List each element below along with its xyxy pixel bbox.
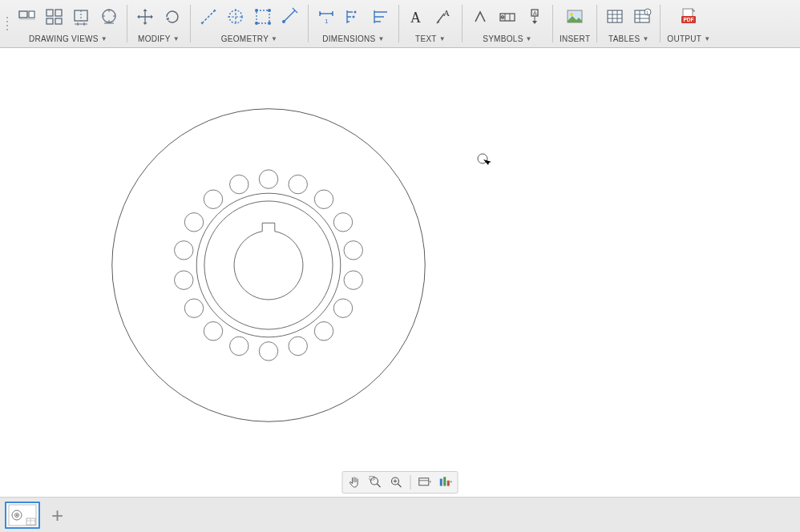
svg-rect-1 [29, 11, 34, 18]
toolbar-separator [462, 5, 463, 42]
svg-point-50 [175, 241, 193, 260]
svg-point-35 [204, 201, 333, 329]
svg-point-48 [184, 299, 203, 317]
svg-point-14 [282, 20, 285, 23]
main-toolbar: DRAWING VIEWS▼ MODIFY▼ GEOMETRY▼ 1 DIMEN… [0, 0, 800, 48]
svg-point-13 [268, 22, 271, 25]
text-label[interactable]: TEXT▼ [415, 31, 446, 46]
svg-point-40 [344, 241, 362, 260]
svg-point-42 [333, 299, 352, 317]
svg-rect-5 [55, 18, 62, 24]
surface-finish-icon[interactable] [469, 6, 491, 28]
svg-point-52 [204, 190, 222, 208]
viewbar-separator [410, 475, 411, 490]
sheet-thumb-1[interactable] [5, 502, 40, 529]
drawing-views-label[interactable]: DRAWING VIEWS▼ [29, 31, 107, 46]
centerline-icon[interactable] [197, 6, 220, 28]
svg-rect-9 [257, 10, 269, 23]
geometry-label[interactable]: GEOMETRY▼ [221, 31, 278, 46]
svg-point-54 [478, 154, 487, 163]
svg-text:A: A [410, 10, 421, 26]
output-label[interactable]: OUTPUT▼ [667, 31, 710, 46]
group-geometry: GEOMETRY▼ [192, 0, 306, 47]
group-text: A A TEXT▼ [401, 0, 460, 47]
svg-text:1: 1 [325, 18, 329, 25]
svg-point-44 [289, 337, 307, 355]
svg-rect-0 [19, 11, 27, 18]
svg-text:A: A [443, 8, 450, 18]
svg-point-16 [354, 11, 357, 14]
svg-point-37 [289, 175, 307, 193]
svg-point-36 [259, 170, 277, 188]
baseline-dim-icon[interactable] [370, 6, 392, 28]
svg-rect-60 [443, 477, 446, 486]
dimensions-label[interactable]: DIMENSIONS▼ [322, 31, 385, 46]
datum-icon[interactable]: A [523, 6, 546, 28]
sheet-bar: + [0, 497, 800, 532]
view-toolbar [342, 471, 459, 494]
tables-label[interactable]: TABLES▼ [608, 31, 649, 46]
add-sheet-button[interactable]: + [48, 505, 67, 526]
svg-rect-3 [55, 10, 62, 16]
center-mark-icon[interactable] [224, 6, 247, 28]
pan-icon[interactable] [346, 474, 364, 491]
toolbar-separator [398, 5, 399, 42]
insert-label: INSERT [560, 31, 590, 46]
section-view-icon[interactable] [71, 6, 93, 28]
parts-list-icon[interactable]: 1 [631, 6, 653, 28]
svg-rect-4 [46, 18, 53, 24]
svg-point-46 [230, 337, 248, 355]
group-modify: MODIFY▼ [129, 0, 188, 47]
zoom-window-icon[interactable] [367, 474, 385, 491]
move-icon[interactable] [134, 6, 156, 28]
svg-point-53 [230, 175, 248, 193]
edge-ext-icon[interactable] [279, 6, 301, 28]
modify-label[interactable]: MODIFY▼ [138, 31, 180, 46]
output-pdf-icon[interactable]: PDF [677, 6, 700, 28]
svg-rect-61 [447, 481, 450, 486]
display-settings-icon[interactable] [416, 474, 434, 491]
dimension-icon[interactable]: 1 [315, 6, 337, 28]
svg-point-11 [268, 9, 271, 12]
svg-point-17 [353, 16, 355, 18]
svg-point-49 [175, 271, 193, 289]
svg-point-43 [314, 322, 333, 341]
drawing-part [104, 101, 433, 429]
table-icon[interactable] [604, 6, 626, 28]
group-drawing-views: DRAWING VIEWS▼ [11, 0, 125, 47]
svg-point-34 [196, 193, 341, 337]
group-symbols: A SYMBOLS▼ [464, 0, 551, 47]
symbols-label[interactable]: SYMBOLS▼ [483, 31, 532, 46]
svg-text:A: A [533, 10, 537, 16]
effects-icon[interactable] [437, 474, 455, 491]
center-pattern-icon[interactable] [252, 6, 274, 28]
toolbar-separator [190, 5, 191, 42]
toolbar-separator [596, 5, 597, 42]
svg-point-41 [344, 271, 362, 289]
feature-frame-icon[interactable] [496, 6, 519, 28]
projected-view-icon[interactable] [43, 6, 66, 28]
insert-image-icon[interactable] [564, 6, 586, 28]
toolbar-separator [660, 5, 661, 42]
svg-rect-26 [608, 10, 622, 22]
svg-point-51 [184, 213, 203, 232]
base-view-icon[interactable] [16, 6, 38, 28]
svg-point-10 [255, 9, 258, 12]
leader-text-icon[interactable]: A [433, 6, 455, 28]
rotate-icon[interactable] [161, 6, 184, 28]
toolbar-separator [552, 5, 553, 42]
cursor-indicator [476, 152, 492, 170]
detail-view-icon[interactable] [98, 6, 120, 28]
svg-rect-62 [9, 505, 36, 526]
zoom-icon[interactable] [388, 474, 406, 491]
svg-point-12 [255, 22, 258, 25]
ordinate-dim-icon[interactable] [342, 6, 365, 28]
svg-rect-59 [440, 479, 442, 486]
group-tables: 1 TABLES▼ [599, 0, 658, 47]
drawing-canvas[interactable] [0, 48, 800, 497]
group-dimensions: 1 DIMENSIONS▼ [310, 0, 397, 47]
svg-point-65 [16, 514, 18, 516]
text-icon[interactable]: A [406, 6, 428, 28]
svg-point-47 [204, 322, 222, 341]
svg-point-33 [112, 109, 425, 421]
